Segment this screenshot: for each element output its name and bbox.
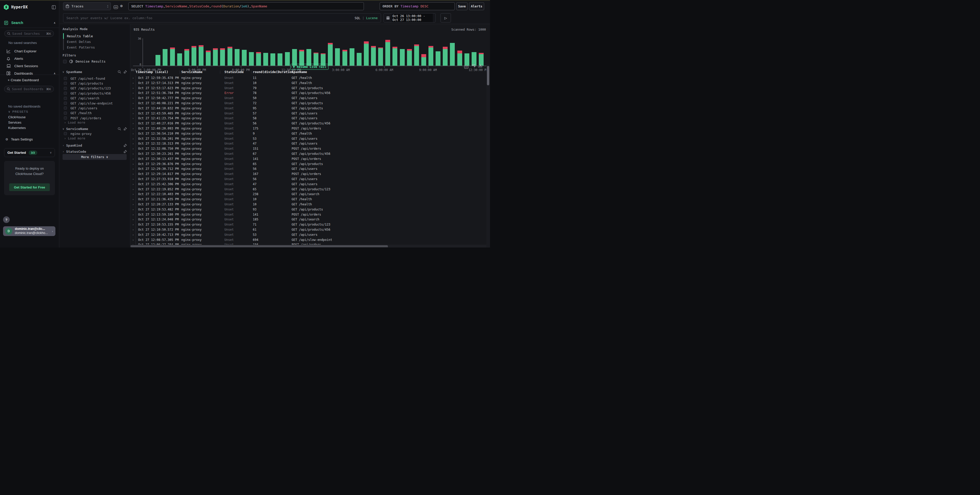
filter-checkbox[interactable] [64,132,67,135]
column-resize-handle[interactable]: ⋮ [178,70,181,74]
column-resize-handle[interactable]: ⋮ [250,70,253,74]
filter-checkbox[interactable] [64,82,67,85]
row-expand-icon[interactable]: › [132,106,134,111]
filter-item[interactable]: GET /api/users [64,106,127,110]
filter-checkbox[interactable] [64,97,67,100]
row-expand-icon[interactable]: › [132,131,134,136]
get-started-widget[interactable]: Get Started 3/3 ∨ [4,148,55,157]
table-row[interactable]: ›Oct 27 12:13:24.048 PMnginx-proxyUnset1… [130,217,487,222]
filter-checkbox[interactable] [64,87,67,90]
table-row[interactable]: ›Oct 27 12:21:36.435 PMnginx-proxyUnset1… [130,197,487,202]
language-toggle[interactable]: SQL | Lucene [355,16,378,20]
row-expand-icon[interactable]: › [132,121,134,126]
table-row[interactable]: ›Oct 27 12:10:53.155 PMnginx-proxyUnset7… [130,222,487,227]
table-row[interactable]: ›Oct 27 12:29:14.817 PMnginx-proxyUnset1… [130,172,487,177]
analysis-mode-results-table[interactable]: Results Table [63,33,127,39]
wrap-lines-icon[interactable] [472,64,476,69]
load-more-servicename[interactable]: › Load more [64,136,85,140]
filter-group-statuscode[interactable]: › StatusCode [62,149,127,154]
search-input[interactable]: Search your events w/ Lucene ex. column:… [63,13,381,22]
row-expand-icon[interactable]: › [132,111,134,116]
filter-item[interactable]: GET /api/search [64,96,127,100]
table-row[interactable]: ›Oct 27 12:44:10.832 PMnginx-proxyUnset9… [130,106,487,111]
col-statuscode[interactable]: StatusCode [224,70,243,74]
row-expand-icon[interactable]: › [132,91,134,96]
filter-checkbox[interactable] [64,107,67,110]
search-icon[interactable] [118,127,121,131]
column-resize-handle[interactable]: ⋮ [219,70,222,74]
table-row[interactable]: ›Oct 27 12:32:58.201 PMnginx-proxyUnset5… [130,136,487,142]
filter-item[interactable]: GET /api/products [64,81,127,86]
resume-live-tail-button[interactable]: Resume Live Tail [290,64,329,70]
pin-icon[interactable] [124,150,127,153]
col-servicename[interactable]: ServiceName [181,70,202,74]
table-row[interactable]: ›Oct 27 12:10:50.572 PMnginx-proxyUnset6… [130,227,487,232]
sql-select-input[interactable]: SELECT Timestamp,ServiceName,StatusCode,… [129,2,364,10]
row-expand-icon[interactable]: › [132,232,134,237]
row-expand-icon[interactable]: › [132,207,134,212]
filter-group-spanname[interactable]: ∨ SpanName [62,70,127,74]
save-button[interactable]: Save [456,2,468,10]
table-row[interactable]: ›Oct 27 12:36:54.210 PMnginx-proxyUnset9… [130,131,487,136]
table-row[interactable]: ›Oct 27 12:51:36.784 PMnginx-proxyError7… [130,91,487,96]
filter-checkbox[interactable] [64,92,67,95]
horizontal-scrollbar[interactable] [130,245,487,247]
pin-icon[interactable] [124,70,127,73]
table-row[interactable]: ›Oct 27 12:13:59.180 PMnginx-proxyUnset1… [130,212,487,217]
denoise-results-toggle[interactable]: Denoise Results [63,59,105,63]
table-row[interactable]: ›Oct 27 12:46:08.221 PMnginx-proxyUnset7… [130,101,487,106]
row-expand-icon[interactable]: › [132,222,134,227]
table-row[interactable]: ›Oct 27 12:20:27.133 PMnginx-proxyUnset1… [130,202,487,207]
date-range-picker[interactable]: Oct 26 13:00:00 - Oct 27 13:00:00 [383,13,436,22]
row-expand-icon[interactable]: › [132,76,134,81]
preset-item-services[interactable]: Services [8,121,21,124]
filter-checkbox[interactable] [64,116,67,119]
table-row[interactable]: ›Oct 27 12:29:36.876 PMnginx-proxyUnset6… [130,162,487,167]
table-row[interactable]: ›Oct 27 12:22:10.403 PMnginx-proxyUnset2… [130,192,487,197]
row-expand-icon[interactable]: › [132,151,134,157]
row-expand-icon[interactable]: › [132,157,134,162]
alerts-button[interactable]: Alerts [469,2,484,10]
download-icon[interactable] [479,64,482,69]
gear-icon[interactable]: ⚙ [120,3,123,8]
analysis-mode-event-deltas[interactable]: Event Deltas [63,39,127,45]
filter-item[interactable]: GET /api/not-found [64,76,127,81]
table-row[interactable]: ›Oct 27 12:22:19.852 PMnginx-proxyUnset6… [130,187,487,192]
presets-header[interactable]: ∨PRESETS [8,110,29,113]
filter-checkbox[interactable] [64,102,67,105]
table-row[interactable]: ›Oct 27 12:25:42.306 PMnginx-proxyUnset4… [130,182,487,187]
table-row[interactable]: ›Oct 27 12:30:13.437 PMnginx-proxyUnset1… [130,157,487,162]
row-expand-icon[interactable]: › [132,136,134,142]
col-spanname[interactable]: SpanName [291,70,307,74]
col-duration[interactable]: round(divide(Duration, [253,70,295,74]
filter-group-spankind[interactable]: › SpanKind [62,143,127,148]
table-row[interactable]: ›Oct 27 12:41:23.754 PMnginx-proxyUnset5… [130,116,487,121]
sidebar-item-alerts[interactable]: Alerts [6,56,56,61]
sidebar-item-client-sessions[interactable]: Client Sessions [6,63,56,68]
table-row[interactable]: ›Oct 27 12:57:14.313 PMnginx-proxyUnset1… [130,81,487,86]
row-expand-icon[interactable]: › [132,86,134,91]
table-row[interactable]: ›Oct 27 12:59:35.478 PMnginx-proxyUnset1… [130,76,487,81]
row-expand-icon[interactable]: › [132,187,134,192]
source-select[interactable]: Traces ∧∨ [63,2,111,10]
pin-icon[interactable] [124,144,127,147]
row-expand-icon[interactable]: › [132,126,134,131]
filter-item[interactable]: GET /api/slow-endpoint [64,101,127,105]
help-button[interactable]: ? [3,216,10,223]
lucene-toggle[interactable]: Lucene [366,16,378,20]
analysis-mode-event-patterns[interactable]: Event Patterns [63,45,127,50]
saved-dashboards-input[interactable]: Saved Dashboards ⌘K [4,86,54,92]
create-dashboard-link[interactable]: + Create Dashboard [8,78,39,82]
table-row[interactable]: ›Oct 27 12:27:33.918 PMnginx-proxyUnset5… [130,177,487,182]
filter-checkbox[interactable] [64,111,67,115]
row-expand-icon[interactable]: › [132,141,134,146]
table-row[interactable]: ›Oct 27 12:08:57.305 PMnginx-proxyUnset6… [130,237,487,243]
table-row[interactable]: ›Oct 27 12:53:17.623 PMnginx-proxyUnset7… [130,86,487,91]
row-expand-icon[interactable]: › [132,182,134,187]
sidebar-item-chart-explorer[interactable]: Chart Explorer [6,49,56,54]
row-expand-icon[interactable]: › [132,162,134,167]
filter-item[interactable]: nginx-proxy [64,131,127,136]
sidebar-item-team-settings[interactable]: ⚙ Team Settings [6,137,33,142]
row-expand-icon[interactable]: › [132,96,134,101]
table-row[interactable]: ›Oct 27 12:19:53.482 PMnginx-proxyUnset9… [130,207,487,212]
